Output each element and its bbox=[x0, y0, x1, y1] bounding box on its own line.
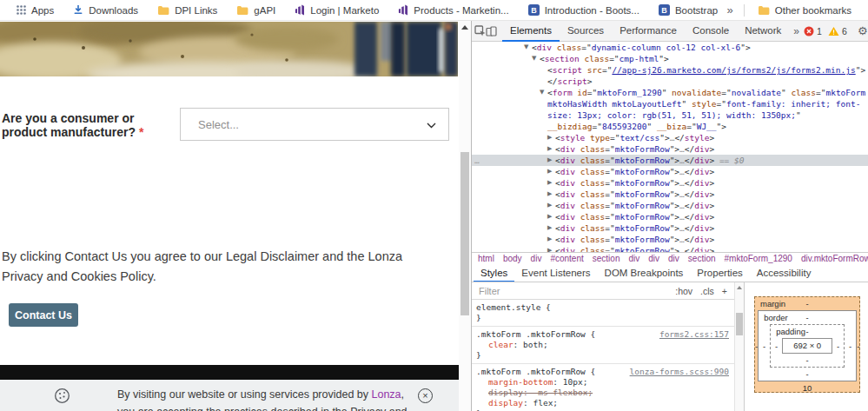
expand-arrow-icon[interactable]: ▶ bbox=[547, 132, 555, 143]
tree-node[interactable]: ▶<style type="text/css">…</style> bbox=[472, 132, 868, 143]
selector-text[interactable]: element.style { bbox=[476, 302, 551, 312]
expand-arrow-icon[interactable]: ▶ bbox=[547, 245, 555, 252]
breadcrumb-item[interactable]: div bbox=[628, 254, 639, 263]
expand-arrow-icon[interactable]: ▶ bbox=[547, 222, 555, 234]
tree-node[interactable]: ▶<div class="mktoFormRow">…</div> bbox=[472, 166, 868, 177]
selector-text[interactable]: .mktoForm .mktoFormRow { bbox=[476, 329, 595, 339]
tab-elements[interactable]: Elements bbox=[502, 21, 560, 42]
expand-arrow-icon[interactable]: ▶ bbox=[547, 177, 555, 189]
css-declaration[interactable]: margin-bottom: 10px; bbox=[476, 377, 729, 388]
bookmark-item[interactable]: BIntroduction - Boots... bbox=[519, 4, 649, 16]
sidebar-tab-properties[interactable]: Properties bbox=[690, 264, 749, 282]
css-declaration[interactable]: clear: both; bbox=[476, 340, 729, 350]
breadcrumb-item[interactable]: html bbox=[478, 254, 494, 263]
box-model-content[interactable]: 692 × 0 bbox=[782, 338, 832, 354]
tree-node[interactable]: ▶<div class="mktoFormRow">…</div> bbox=[472, 245, 868, 252]
tree-node-selected[interactable]: ▶<div class="mktoFormRow">…</div> == $0… bbox=[472, 155, 868, 166]
tree-node[interactable]: ▼<form id="mktoForm_1290" novalidate="no… bbox=[472, 87, 868, 132]
bookmark-item[interactable]: Downloads bbox=[63, 4, 148, 16]
padding-left-value[interactable]: - bbox=[771, 338, 782, 354]
tree-node[interactable]: ▶<div class="mktoFormRow">…</div> bbox=[472, 234, 868, 245]
warning-badge[interactable]: 6 bbox=[828, 26, 847, 36]
breadcrumb-item[interactable]: #content bbox=[550, 254, 583, 263]
margin-bottom-value[interactable]: 10 bbox=[803, 383, 812, 393]
border-right-value[interactable]: - bbox=[845, 324, 856, 368]
device-toolbar-icon[interactable] bbox=[486, 22, 497, 41]
tree-node[interactable]: <script src="//app-sj26.marketo.com/js/f… bbox=[472, 64, 868, 87]
collapse-arrow-icon[interactable]: ▼ bbox=[524, 42, 532, 53]
style-toggle[interactable]: + bbox=[722, 286, 727, 296]
padding-right-value[interactable]: - bbox=[832, 338, 844, 354]
expand-arrow-icon[interactable]: ▶ bbox=[547, 211, 555, 222]
scrollbar-thumb[interactable] bbox=[461, 152, 469, 315]
breadcrumb-item[interactable]: div bbox=[648, 254, 659, 263]
css-declaration[interactable]: display: -ms-flexbox; bbox=[476, 388, 729, 398]
tab-performance[interactable]: Performance bbox=[612, 21, 685, 42]
bookmark-item[interactable]: BBootstrap Blog | Off... bbox=[649, 4, 720, 16]
tree-node[interactable]: ▼<div class="dynamic-column col-12 col-x… bbox=[472, 42, 868, 53]
scrollbar-up-arrow-icon[interactable] bbox=[461, 25, 468, 30]
border-left-value[interactable]: - bbox=[759, 324, 770, 368]
inspect-icon[interactable] bbox=[474, 22, 486, 41]
expand-arrow-icon[interactable]: ▶ bbox=[547, 234, 555, 245]
padding-bottom-value[interactable]: - bbox=[806, 355, 809, 365]
tree-node[interactable]: ▶<div class="mktoFormRow">…</div> bbox=[472, 189, 868, 200]
breadcrumb-item[interactable]: #mktoForm_1290 bbox=[725, 254, 792, 263]
border-top-value[interactable]: - bbox=[806, 313, 809, 322]
tree-node[interactable]: ▶<div class="mktoFormRow">…</div> bbox=[472, 177, 868, 189]
filter-input[interactable]: Filter bbox=[479, 286, 675, 296]
stylesheet-link[interactable]: lonza-forms.scss:990 bbox=[630, 367, 729, 377]
tab-console[interactable]: Console bbox=[685, 21, 737, 42]
stylesheet-link[interactable]: forms2.css:157 bbox=[659, 329, 729, 340]
tree-node[interactable]: ▶<div class="mktoFormRow">…</div> bbox=[472, 222, 868, 234]
tree-node[interactable]: ▶<div class="mktoFormRow">…</div> bbox=[472, 200, 868, 211]
sidebar-tab-styles[interactable]: Styles bbox=[474, 264, 514, 282]
lonza-link[interactable]: Lonza bbox=[372, 388, 401, 401]
bookmark-item[interactable]: DPI Links bbox=[148, 5, 227, 16]
contact-us-button[interactable]: Contact Us bbox=[9, 303, 78, 327]
breadcrumb-item[interactable]: div bbox=[668, 254, 679, 263]
tabs-overflow-chevron[interactable]: » bbox=[789, 25, 804, 37]
breadcrumb-item[interactable]: div bbox=[531, 254, 542, 263]
tree-node[interactable]: ▶<div class="mktoFormRow">…</div> bbox=[472, 211, 868, 222]
margin-top-value[interactable]: - bbox=[805, 299, 808, 308]
margin-right-value[interactable]: - bbox=[857, 310, 859, 381]
breadcrumb-item[interactable]: section bbox=[593, 254, 620, 263]
expand-arrow-icon[interactable]: ▶ bbox=[547, 189, 555, 200]
scrollbar-thumb[interactable] bbox=[736, 313, 743, 335]
breadcrumb-item[interactable]: body bbox=[503, 254, 522, 263]
more-actions-gutter-icon[interactable]: … bbox=[474, 155, 480, 166]
consumer-select-dropdown[interactable]: Select... bbox=[180, 108, 449, 141]
collapse-arrow-icon[interactable]: ▼ bbox=[532, 53, 540, 64]
box-model-border[interactable]: border - - padding - - bbox=[758, 310, 857, 381]
collapse-arrow-icon[interactable]: ▼ bbox=[540, 87, 547, 98]
style-toggle[interactable]: .cls bbox=[700, 286, 714, 296]
breadcrumb-item[interactable]: div.mktoFormRow bbox=[801, 254, 868, 263]
expand-arrow-icon[interactable]: ▶ bbox=[547, 200, 555, 211]
tree-node[interactable]: ▼<section class="cmp-html"> bbox=[472, 53, 868, 64]
breadcrumb-item[interactable]: section bbox=[688, 254, 716, 263]
box-model-margin[interactable]: margin - - border - - bbox=[754, 296, 860, 393]
bookmark-item[interactable]: gAPI bbox=[227, 5, 285, 16]
border-bottom-value[interactable]: - bbox=[806, 369, 809, 379]
sidebar-tab-accessibility[interactable]: Accessibility bbox=[750, 264, 818, 282]
error-badge[interactable]: 1 bbox=[804, 26, 822, 36]
expand-arrow-icon[interactable]: ▶ bbox=[547, 155, 555, 166]
box-model-padding[interactable]: padding - - 692 × 0 - - bbox=[770, 324, 845, 368]
selector-text[interactable]: .mktoForm .mktoFormRow { bbox=[476, 367, 595, 376]
expand-arrow-icon[interactable]: ▶ bbox=[547, 143, 555, 155]
sidebar-tab-event-listeners[interactable]: Event Listeners bbox=[514, 264, 597, 282]
cookie-banner-close-icon[interactable]: × bbox=[418, 388, 433, 403]
settings-gear-icon[interactable]: ⚙ bbox=[853, 22, 868, 41]
tree-node[interactable]: ▶<div class="mktoFormRow">…</div> bbox=[472, 143, 868, 155]
sidebar-tab-dom-breakpoints[interactable]: DOM Breakpoints bbox=[598, 264, 691, 282]
bookmark-item[interactable]: Products - Marketin... bbox=[388, 4, 518, 16]
style-toggle[interactable]: :hov bbox=[675, 286, 692, 296]
styles-scrollbar[interactable] bbox=[734, 282, 744, 411]
other-bookmarks-button[interactable]: Other bookmarks bbox=[748, 5, 861, 16]
css-declaration[interactable]: display: flex; bbox=[476, 398, 729, 408]
tab-sources[interactable]: Sources bbox=[560, 21, 612, 42]
tab-network[interactable]: Network bbox=[737, 21, 789, 42]
bookmark-item[interactable]: Apps bbox=[7, 5, 63, 16]
scrollbar-up-arrow-icon[interactable] bbox=[737, 286, 742, 289]
